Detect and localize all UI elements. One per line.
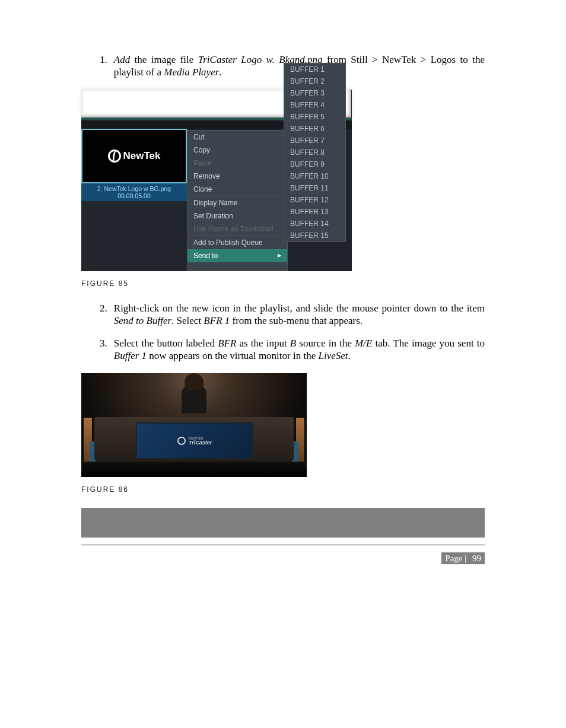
submenu-arrow-icon: ▶ [278, 253, 281, 258]
page-label: Page | [441, 552, 472, 564]
menu-clone[interactable]: Clone [187, 183, 287, 196]
fig86-virtual-monitor: NewTek TriCaster [136, 422, 253, 459]
menu-display-name[interactable]: Display Name [187, 196, 287, 209]
figure-85-screenshot: NewTek 2. NewTek Logo w BG.png 00.00.05.… [81, 90, 352, 271]
playlist-thumbnail[interactable]: NewTek 2. NewTek Logo w BG.png 00.00.05.… [81, 129, 187, 271]
submenu-buffer-15[interactable]: BUFFER 15 [284, 230, 345, 241]
submenu-buffer-8[interactable]: BUFFER 8 [284, 147, 345, 158]
step3-t4: tab. The image you sent to [372, 338, 485, 349]
menu-copy[interactable]: Copy [187, 144, 287, 157]
newtek-logo: NewTek [108, 150, 161, 163]
submenu-buffer-14[interactable]: BUFFER 14 [284, 218, 345, 230]
figure-85-caption: FIGURE 85 [81, 279, 485, 288]
step-2: Right-click on the new icon in the playl… [110, 302, 485, 328]
step2-t1: Right-click on the new icon in the playl… [114, 303, 485, 314]
step3-i3: M/E [355, 338, 372, 349]
figure-86-screenshot: NewTek TriCaster [81, 373, 307, 477]
menu-use-frame: Use Frame as Thumbnail [187, 222, 287, 236]
step3-i4: Buffer 1 [114, 350, 147, 361]
step1-end: . [219, 66, 221, 78]
tricaster-logo-icon [177, 437, 186, 445]
submenu-buffer-13[interactable]: BUFFER 13 [284, 206, 345, 218]
menu-paste: Paste [187, 157, 287, 170]
submenu-buffer-7[interactable]: BUFFER 7 [284, 135, 345, 147]
menu-remove[interactable]: Remove [187, 170, 287, 183]
step3-t3: source in the [296, 338, 355, 349]
newtek-logo-icon [108, 150, 121, 163]
thumb-below-area [81, 201, 187, 271]
grey-block [81, 508, 485, 538]
fig86-desk-shadow [81, 462, 307, 477]
newtek-logo-label: NewTek [123, 150, 161, 162]
step3-i1: BFR [218, 338, 236, 349]
submenu-buffer-10[interactable]: BUFFER 10 [284, 170, 345, 182]
menu-add-publish[interactable]: Add to Publish Queue [187, 236, 287, 249]
step2-t3: from the sub-menu that appears. [230, 315, 363, 326]
submenu-buffer-3[interactable]: BUFFER 3 [284, 87, 345, 99]
page-num: 99 [472, 552, 485, 564]
submenu-buffer-5[interactable]: BUFFER 5 [284, 111, 345, 123]
step1-add: Add [114, 54, 130, 65]
menu-cut[interactable]: Cut [187, 131, 287, 144]
context-menu: Cut Copy Paste Remove Clone Display Name… [187, 130, 288, 271]
submenu-buffer-4[interactable]: BUFFER 4 [284, 99, 345, 111]
thumbnail-footer: 2. NewTek Logo w BG.png 00.00.05.00 [81, 183, 187, 201]
step2-t2: . Select [171, 315, 203, 326]
menu-send-to[interactable]: Send to ▶ [187, 249, 287, 262]
submenu-buffer-2[interactable]: BUFFER 2 [284, 75, 345, 87]
step3-i5: LiveSet [318, 350, 348, 361]
step3-t6: . [348, 350, 351, 361]
submenu-buffer-6[interactable]: BUFFER 6 [284, 123, 345, 135]
step3-t5: now appears on the virtual monitor in th… [147, 350, 318, 361]
step3-t1: Select the button labeled [114, 338, 218, 349]
menu-set-duration[interactable]: Set Duration [187, 209, 287, 222]
menu-send-to-label: Send to [193, 252, 218, 260]
fig86-monitor-logo: NewTek TriCaster [177, 436, 212, 446]
submenu-buffer-11[interactable]: BUFFER 11 [284, 182, 345, 194]
page-number: Page | 99 [81, 554, 485, 564]
thumbnail-duration: 00.00.05.00 [81, 192, 187, 199]
fig86-logo-bottom: TriCaster [189, 440, 212, 446]
step3-t2: as the input [236, 338, 290, 349]
step2-i2: BFR 1 [203, 315, 230, 326]
fig86-presenter [180, 374, 208, 415]
figure-86-caption: FIGURE 86 [81, 485, 485, 494]
step-3: Select the button labeled BFR as the inp… [110, 337, 485, 363]
submenu-buffer-1[interactable]: BUFFER 1 [284, 63, 345, 75]
page-content: Add the image file TriCaster Logo w. Bkg… [40, 0, 526, 587]
step1-mp: Media Player [164, 66, 219, 78]
step1-mid1: the image file [130, 54, 198, 65]
submenu-buffer-9[interactable]: BUFFER 9 [284, 158, 345, 170]
footer-rule [81, 545, 485, 545]
step2-i1: Send to Buffer [114, 315, 171, 326]
thumbnail-image: NewTek [81, 129, 187, 183]
submenu-buffer-12[interactable]: BUFFER 12 [284, 194, 345, 206]
step3-i2: B [290, 338, 296, 349]
buffer-submenu: BUFFER 1 BUFFER 2 BUFFER 3 BUFFER 4 BUFF… [284, 63, 346, 242]
thumbnail-filename: 2. NewTek Logo w BG.png [81, 185, 187, 192]
